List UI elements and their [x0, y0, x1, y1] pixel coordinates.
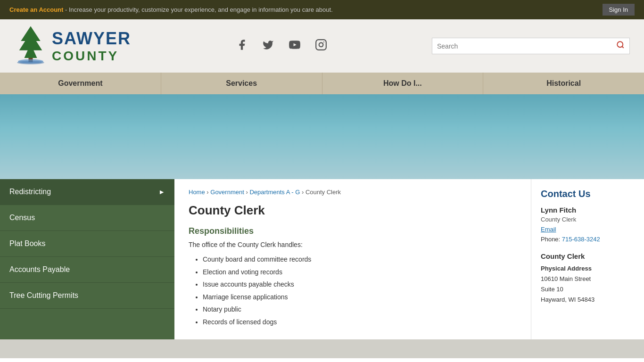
contact-name: Lynn Fitch — [541, 206, 635, 214]
search-area — [432, 38, 630, 54]
main-nav: Government Services How Do I... Historic… — [0, 73, 644, 94]
contact-role: County Clerk — [541, 216, 635, 223]
instagram-icon[interactable] — [315, 39, 327, 54]
chevron-right-icon: ► — [158, 188, 165, 196]
contact-address-line3: Hayward, WI 54843 — [541, 295, 635, 305]
main-article: Home › Government › Departments A - G › … — [174, 179, 531, 339]
sidebar-tree-cutting-permits[interactable]: Tree Cutting Permits — [0, 283, 174, 309]
breadcrumb-home[interactable]: Home — [189, 189, 205, 196]
contact-phone-number[interactable]: 715-638-3242 — [562, 236, 600, 243]
sidebar-plat-books-label: Plat Books — [9, 239, 45, 248]
main-content: Redistricting ► Census Plat Books Accoun… — [0, 179, 644, 339]
sidebar-accounts-payable[interactable]: Accounts Payable — [0, 257, 174, 283]
nav-how-do-i[interactable]: How Do I... — [322, 73, 484, 94]
sidebar-redistricting[interactable]: Redistricting ► — [0, 179, 174, 205]
sidebar-tree-cutting-permits-label: Tree Cutting Permits — [9, 291, 78, 300]
svg-point-7 — [617, 41, 623, 47]
nav-services[interactable]: Services — [161, 73, 322, 94]
logo-area: SAWYER COUNTY — [14, 24, 131, 68]
contact-email-link[interactable]: Email — [541, 226, 635, 233]
contact-address-line1: 10610 Main Street — [541, 274, 635, 284]
breadcrumb: Home › Government › Departments A - G › … — [189, 189, 517, 196]
intro-text: The office of the County Clerk handles: — [189, 241, 517, 248]
breadcrumb-departments[interactable]: Departments A - G — [249, 189, 300, 196]
breadcrumb-sep3: › — [302, 189, 305, 196]
sidebar-census-label: Census — [9, 214, 35, 222]
content-area: Home › Government › Departments A - G › … — [174, 179, 644, 339]
facebook-icon[interactable] — [236, 39, 248, 54]
contact-address: 10610 Main Street Suite 10 Hayward, WI 5… — [541, 274, 635, 305]
contact-address-line2: Suite 10 — [541, 284, 635, 295]
contact-title: Contact Us — [541, 189, 635, 199]
logo-sawyer: SAWYER — [52, 29, 131, 49]
list-item: Records of licensed dogs — [203, 316, 517, 329]
list-item: Notary public — [203, 303, 517, 316]
responsibility-list: County board and committee records Elect… — [189, 253, 517, 329]
breadcrumb-current: County Clerk — [305, 189, 341, 196]
page-title: County Clerk — [189, 203, 517, 218]
list-item: Marriage license applications — [203, 291, 517, 304]
contact-phone-label: Phone: — [541, 236, 560, 243]
bottom-area — [0, 339, 644, 358]
sidebar-census[interactable]: Census — [0, 205, 174, 231]
social-icons — [145, 39, 418, 54]
list-item: County board and committee records — [203, 253, 517, 266]
youtube-icon[interactable] — [289, 39, 301, 54]
search-button[interactable] — [616, 41, 625, 51]
banner-text: Create an Account - Increase your produc… — [9, 6, 333, 13]
sidebar-plat-books[interactable]: Plat Books — [0, 231, 174, 257]
svg-marker-1 — [19, 26, 42, 58]
list-item: Election and voting records — [203, 266, 517, 279]
create-account-link[interactable]: Create an Account — [9, 6, 63, 13]
nav-government[interactable]: Government — [0, 73, 161, 94]
svg-line-8 — [622, 46, 623, 48]
header: SAWYER COUNTY — [0, 19, 644, 73]
sidebar-accounts-payable-label: Accounts Payable — [9, 265, 70, 274]
sidebar: Redistricting ► Census Plat Books Accoun… — [0, 179, 174, 339]
logo-text: SAWYER COUNTY — [52, 29, 131, 64]
contact-phone: Phone: 715-638-3242 — [541, 236, 635, 243]
sidebar-redistricting-label: Redistricting — [9, 188, 51, 196]
contact-sidebar: Contact Us Lynn Fitch County Clerk Email… — [531, 179, 644, 339]
top-banner: Create an Account - Increase your produc… — [0, 0, 644, 19]
svg-point-3 — [17, 61, 44, 64]
breadcrumb-government[interactable]: Government — [210, 189, 244, 196]
contact-section-title: County Clerk — [541, 252, 635, 260]
logo-tree-icon — [14, 24, 47, 68]
list-item: Issue accounts payable checks — [203, 278, 517, 291]
contact-address-label: Physical Address — [541, 265, 635, 272]
search-input[interactable] — [437, 42, 616, 50]
twitter-icon[interactable] — [262, 39, 274, 54]
sign-in-button[interactable]: Sign In — [603, 4, 635, 16]
svg-rect-5 — [316, 40, 326, 50]
logo-county: COUNTY — [52, 49, 131, 64]
hero-banner — [0, 94, 644, 179]
banner-message: - Increase your productivity, customize … — [63, 6, 332, 13]
nav-historical[interactable]: Historical — [483, 73, 644, 94]
responsibilities-title: Responsibilities — [189, 226, 517, 236]
